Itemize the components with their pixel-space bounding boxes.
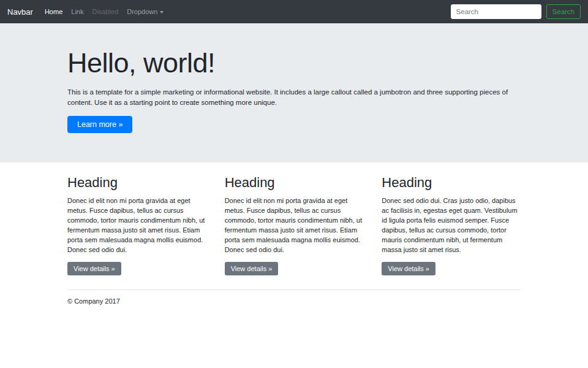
- column-3: Heading Donec sed odio dui. Cras justo o…: [372, 175, 530, 275]
- search-button[interactable]: Search: [546, 4, 581, 19]
- footer-divider: [67, 289, 521, 290]
- nav-item-dropdown[interactable]: Dropdown: [123, 8, 168, 15]
- column-3-view-details-button[interactable]: View details »: [382, 262, 435, 275]
- footer: © Company 2017: [67, 297, 521, 305]
- column-1-body: Donec id elit non mi porta gravida at eg…: [67, 196, 206, 255]
- jumbotron: Hello, world! This is a template for a s…: [0, 23, 588, 163]
- column-1: Heading Donec id elit non mi porta gravi…: [58, 175, 216, 275]
- search-form: Search: [451, 4, 581, 19]
- caret-down-icon: [160, 11, 164, 13]
- navbar: Navbar Home Link Disabled Dropdown Searc…: [0, 0, 588, 23]
- columns-row: Heading Donec id elit non mi porta gravi…: [58, 175, 530, 275]
- column-3-heading: Heading: [382, 175, 521, 191]
- column-1-view-details-button[interactable]: View details »: [67, 262, 121, 275]
- column-3-body: Donec sed odio dui. Cras justo odio, dap…: [382, 196, 521, 255]
- column-1-heading: Heading: [67, 175, 206, 191]
- main-content: Heading Donec id elit non mi porta gravi…: [58, 175, 530, 305]
- column-2-body: Donec id elit non mi porta gravida at eg…: [225, 196, 364, 255]
- nav-item-dropdown-label: Dropdown: [127, 8, 157, 15]
- jumbotron-lead: This is a template for a simple marketin…: [67, 87, 521, 108]
- nav-item-link[interactable]: Link: [67, 8, 88, 15]
- navbar-brand[interactable]: Navbar: [7, 7, 33, 17]
- navbar-nav: Home Link Disabled Dropdown: [40, 8, 168, 15]
- copyright-text: © Company 2017: [67, 297, 521, 305]
- learn-more-button[interactable]: Learn more »: [67, 116, 132, 133]
- column-2-heading: Heading: [225, 175, 364, 191]
- jumbotron-title: Hello, world!: [67, 48, 521, 79]
- jumbotron-container: Hello, world! This is a template for a s…: [58, 48, 530, 133]
- column-2: Heading Donec id elit non mi porta gravi…: [216, 175, 373, 275]
- column-2-view-details-button[interactable]: View details »: [225, 262, 279, 275]
- nav-item-disabled: Disabled: [88, 8, 123, 15]
- search-input[interactable]: [451, 4, 541, 19]
- nav-item-home[interactable]: Home: [40, 8, 67, 15]
